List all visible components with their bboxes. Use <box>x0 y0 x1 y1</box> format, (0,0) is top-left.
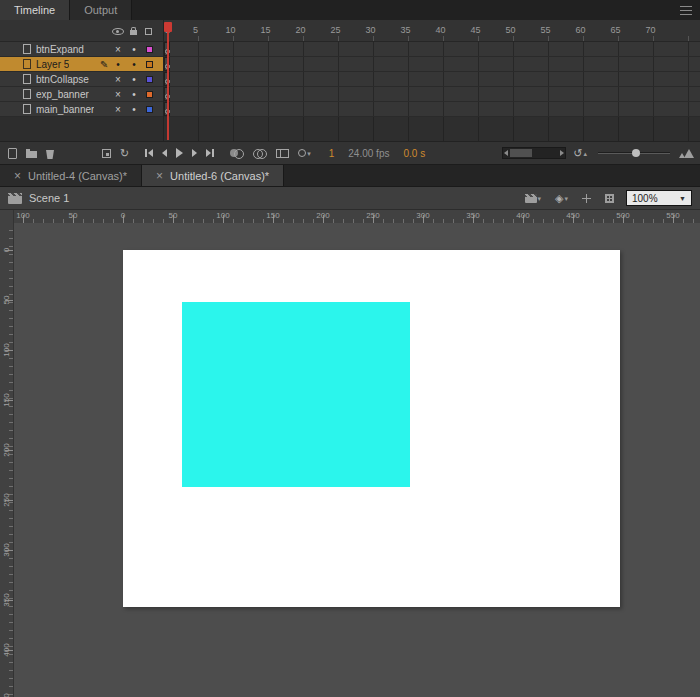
edit-scene-icon <box>525 194 537 203</box>
ruler-label: 300 <box>2 541 11 559</box>
loop-button[interactable]: ↻ <box>118 146 131 161</box>
go-to-first-frame-button[interactable] <box>143 147 155 159</box>
large-mountain-icon <box>684 149 694 158</box>
layer-row-btnexpand[interactable]: btnExpand × • <box>0 42 163 57</box>
layer-visibility-toggle[interactable]: × <box>111 44 125 55</box>
go-to-last-frame-button[interactable] <box>204 147 216 159</box>
close-tab-icon[interactable]: × <box>156 170 163 182</box>
layer-outline-color-swatch[interactable] <box>146 76 153 83</box>
scroll-left-arrow-icon[interactable] <box>504 150 508 156</box>
edit-symbols-button[interactable]: ◈▾ <box>553 191 570 206</box>
ruler-label: 250 <box>366 211 379 220</box>
stage[interactable] <box>123 250 620 607</box>
new-folder-button[interactable] <box>24 147 39 160</box>
canvas-area[interactable]: 0 50 100 150 200 250 300 350 400 450 <box>0 223 700 697</box>
center-frame-button[interactable] <box>100 147 113 160</box>
layer-visibility-toggle[interactable]: × <box>111 104 125 115</box>
delete-layer-button[interactable] <box>44 145 56 161</box>
cyan-rectangle-shape[interactable] <box>182 302 410 487</box>
lock-all-layers-icon[interactable] <box>130 30 137 35</box>
tab-timeline[interactable]: Timeline <box>0 0 70 20</box>
scrollbar-thumb[interactable] <box>510 149 532 157</box>
scroll-right-arrow-icon[interactable] <box>560 150 564 156</box>
edit-symbols-icon: ◈ <box>555 193 563 204</box>
panel-menu-icon[interactable] <box>680 6 692 15</box>
timeline-zoom-slider[interactable] <box>598 146 670 160</box>
frame-number-ruler[interactable]: 1 5 10 15 20 25 30 35 40 45 50 55 60 65 … <box>164 20 700 41</box>
frames-row-expbanner[interactable] <box>164 87 700 102</box>
document-tab-label: Untitled-6 (Canvas)* <box>170 170 269 182</box>
ruler-label: 0 <box>121 211 125 220</box>
layer-row-expbanner[interactable]: exp_banner × • <box>0 87 163 102</box>
reset-zoom-icon: ↺ <box>573 148 582 159</box>
mini-arrow-icon: ▴ <box>583 150 587 157</box>
horizontal-ruler[interactable]: 100 50 0 50 100 150 200 250 300 350 400 … <box>14 210 700 223</box>
layer-visibility-toggle[interactable]: • <box>111 59 125 70</box>
scene-clapperboard-icon <box>8 193 22 204</box>
document-tab-bar: × Untitled-4 (Canvas)* × Untitled-6 (Can… <box>0 165 700 187</box>
layer-outline-color-swatch[interactable] <box>146 46 153 53</box>
layer-row-mainbanner[interactable]: main_banner × • <box>0 102 163 117</box>
layer-outline-color-swatch[interactable] <box>146 91 153 98</box>
frame-rate-indicator[interactable]: 24.00 fps <box>348 148 389 159</box>
ruler-corner[interactable] <box>0 210 14 223</box>
onion-skin-outlines-button[interactable] <box>251 147 269 160</box>
document-tab-untitled-4[interactable]: × Untitled-4 (Canvas)* <box>0 165 142 186</box>
step-forward-button[interactable] <box>190 147 199 159</box>
zoom-dropdown-arrow-icon[interactable]: ▼ <box>679 195 686 202</box>
play-button[interactable] <box>174 146 185 160</box>
layer-outline-color-swatch[interactable] <box>146 61 153 68</box>
onion-skin-button[interactable] <box>228 147 246 160</box>
close-tab-icon[interactable]: × <box>14 170 21 182</box>
ruler-label: 450 <box>2 691 11 697</box>
ruler-label: 300 <box>416 211 429 220</box>
timeline-zoom-fit-icon[interactable] <box>679 149 694 158</box>
document-tab-label: Untitled-4 (Canvas)* <box>28 170 127 182</box>
tab-output[interactable]: Output <box>70 0 132 20</box>
clip-content-button[interactable] <box>603 192 616 205</box>
layer-lock-toggle[interactable]: • <box>127 89 141 100</box>
playhead-line <box>167 32 169 140</box>
show-hide-all-layers-icon[interactable] <box>112 28 124 35</box>
vertical-ruler[interactable]: 0 50 100 150 200 250 300 350 400 450 <box>0 223 14 697</box>
ruler-label: 100 <box>216 211 229 220</box>
slider-handle[interactable] <box>632 149 640 157</box>
edit-scene-button[interactable]: ▾ <box>523 192 544 205</box>
layer-row-layer5[interactable]: Layer 5 ✎ • • <box>0 57 163 72</box>
frame-number: 5 <box>193 25 198 35</box>
layer-lock-toggle[interactable]: • <box>127 74 141 85</box>
center-frame-icon <box>102 149 111 158</box>
new-layer-button[interactable] <box>6 146 19 161</box>
frame-number: 25 <box>330 25 340 35</box>
layer-lock-toggle[interactable]: • <box>127 104 141 115</box>
outline-all-layers-icon[interactable] <box>145 28 152 35</box>
zoom-level-dropdown[interactable]: 100% ▼ <box>626 190 692 206</box>
editing-pencil-icon: ✎ <box>100 59 108 70</box>
new-folder-icon <box>26 151 37 158</box>
frames-grid[interactable] <box>164 42 700 141</box>
layer-outline-color-swatch[interactable] <box>146 106 153 113</box>
step-back-button[interactable] <box>160 147 169 159</box>
center-stage-button[interactable] <box>580 192 593 205</box>
timeline-scrollbar[interactable] <box>502 147 566 159</box>
triangle-left-icon <box>148 149 153 157</box>
layer-row-btncollapse[interactable]: btnCollapse × • <box>0 72 163 87</box>
edit-multiple-frames-button[interactable] <box>274 147 291 160</box>
timeline-panel: 1 5 10 15 20 25 30 35 40 45 50 55 60 65 … <box>0 20 700 141</box>
frames-row-mainbanner[interactable] <box>164 102 700 117</box>
ruler-label: 150 <box>2 391 11 409</box>
layer-visibility-toggle[interactable]: × <box>111 74 125 85</box>
layer-visibility-toggle[interactable]: × <box>111 89 125 100</box>
frames-row-btncollapse[interactable] <box>164 72 700 87</box>
scene-name[interactable]: Scene 1 <box>29 192 69 204</box>
reset-timeline-zoom-button[interactable]: ↺▴ <box>571 146 589 161</box>
ruler-label: 350 <box>466 211 479 220</box>
frames-row-layer5[interactable] <box>164 57 700 72</box>
modify-markers-button[interactable]: ▾ <box>296 147 313 159</box>
frames-row-btnexpand[interactable] <box>164 42 700 57</box>
layer-lock-toggle[interactable]: • <box>127 44 141 55</box>
layer-lock-toggle[interactable]: • <box>127 59 141 70</box>
playhead-marker[interactable] <box>164 22 172 32</box>
frame-number: 20 <box>295 25 305 35</box>
document-tab-untitled-6[interactable]: × Untitled-6 (Canvas)* <box>142 165 284 186</box>
